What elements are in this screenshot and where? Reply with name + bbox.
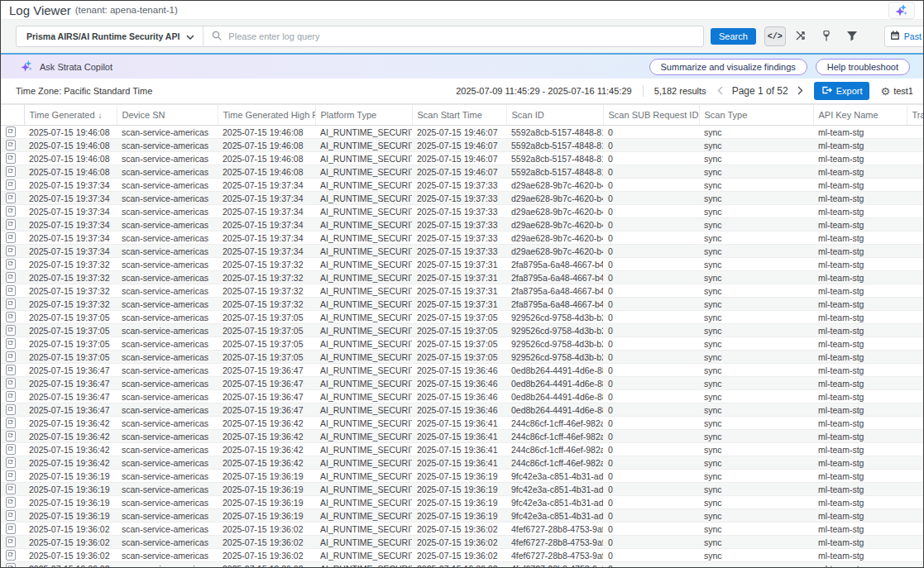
log-detail-icon[interactable]: [6, 206, 16, 217]
table-row[interactable]: 2025-07-15 19:37:05scan-service-americas…: [1, 311, 924, 324]
log-detail-icon[interactable]: [6, 457, 16, 468]
log-detail-icon[interactable]: [6, 246, 16, 256]
log-detail-icon[interactable]: [6, 219, 16, 230]
column-header-time-generated[interactable]: Time Generated↓: [24, 105, 117, 126]
table-row[interactable]: 2025-07-15 19:37:34scan-service-americas…: [1, 218, 924, 231]
column-header-transaction[interactable]: Transaction: [907, 105, 924, 126]
column-header-api-key-name[interactable]: API Key Name: [813, 105, 907, 126]
table-row[interactable]: 2025-07-15 19:37:34scan-service-americas…: [1, 231, 924, 245]
view-settings-button[interactable]: ⚙ test1: [880, 86, 913, 97]
column-header-platform-type[interactable]: Platform Type: [315, 105, 412, 126]
copilot-toggle-button[interactable]: [888, 2, 915, 19]
column-header-scan-sub-request-id[interactable]: Scan SUB Request ID: [603, 105, 699, 126]
log-detail-icon[interactable]: [6, 470, 16, 481]
table-row[interactable]: 2025-07-15 19:37:32scan-service-americas…: [1, 298, 924, 311]
log-detail-icon[interactable]: [6, 391, 16, 402]
column-header-device-sn[interactable]: Device SN: [117, 105, 218, 126]
table-row[interactable]: 2025-07-15 19:36:19scan-service-americas…: [1, 496, 924, 509]
log-detail-icon[interactable]: [6, 179, 16, 190]
next-page-button[interactable]: [797, 85, 803, 98]
table-row[interactable]: 2025-07-15 19:36:42scan-service-americas…: [1, 417, 924, 430]
log-detail-icon[interactable]: [6, 523, 16, 534]
log-detail-icon[interactable]: [6, 497, 16, 508]
log-detail-icon[interactable]: [6, 140, 16, 150]
log-detail-icon[interactable]: [6, 126, 16, 137]
log-query-input[interactable]: [228, 31, 695, 41]
table-row[interactable]: 2025-07-15 19:37:32scan-service-americas…: [1, 271, 924, 284]
table-row[interactable]: 2025-07-15 19:46:08scan-service-americas…: [1, 152, 924, 165]
log-detail-icon[interactable]: [6, 418, 16, 428]
table-cell: [907, 218, 924, 231]
table-row[interactable]: 2025-07-15 19:36:19scan-service-americas…: [1, 509, 924, 523]
search-button[interactable]: Search: [711, 28, 756, 45]
ask-copilot-button[interactable]: Ask Strata Copilot: [21, 60, 113, 74]
table-row[interactable]: 2025-07-15 19:36:02scan-service-americas…: [1, 562, 924, 568]
filter-button[interactable]: [841, 26, 863, 46]
table-row[interactable]: 2025-07-15 19:37:34scan-service-americas…: [1, 245, 924, 258]
export-button[interactable]: Export: [814, 82, 870, 100]
table-row[interactable]: 2025-07-15 19:37:32scan-service-americas…: [1, 258, 924, 271]
table-row[interactable]: 2025-07-15 19:36:47scan-service-americas…: [1, 364, 924, 377]
table-row[interactable]: 2025-07-15 19:46:08scan-service-americas…: [1, 165, 924, 179]
table-row[interactable]: 2025-07-15 19:37:32scan-service-americas…: [1, 284, 924, 298]
table-row[interactable]: 2025-07-15 19:36:02scan-service-americas…: [1, 549, 924, 562]
table-row[interactable]: 2025-07-15 19:37:34scan-service-americas…: [1, 179, 924, 192]
log-detail-icon[interactable]: [6, 338, 16, 349]
log-detail-icon[interactable]: [6, 193, 16, 203]
log-detail-icon[interactable]: [6, 232, 16, 243]
table-row[interactable]: 2025-07-15 19:36:19scan-service-americas…: [1, 483, 924, 496]
column-header-scan-id[interactable]: Scan ID: [506, 105, 603, 126]
log-detail-icon[interactable]: [6, 272, 16, 283]
table-row[interactable]: 2025-07-15 19:36:42scan-service-americas…: [1, 430, 924, 443]
table-cell: 0: [603, 126, 699, 139]
summarize-findings-button[interactable]: Summarize and visualize findings: [649, 59, 807, 75]
table-row[interactable]: 2025-07-15 19:37:05scan-service-americas…: [1, 351, 924, 364]
log-detail-icon[interactable]: [6, 444, 16, 455]
table-row[interactable]: 2025-07-15 19:36:02scan-service-americas…: [1, 536, 924, 549]
column-header-time-generated-high-resol[interactable]: Time Generated High Resol...: [218, 105, 315, 126]
table-row[interactable]: 2025-07-15 19:36:47scan-service-americas…: [1, 403, 924, 417]
column-header-scan-start-time[interactable]: Scan Start Time: [412, 105, 506, 126]
log-detail-icon[interactable]: [6, 351, 16, 362]
prev-page-button[interactable]: [717, 85, 723, 98]
log-detail-icon[interactable]: [6, 153, 16, 164]
table-row[interactable]: 2025-07-15 19:36:47scan-service-americas…: [1, 390, 924, 403]
table-row[interactable]: 2025-07-15 19:37:34scan-service-americas…: [1, 205, 924, 218]
table-row[interactable]: 2025-07-15 19:36:42scan-service-americas…: [1, 456, 924, 470]
log-detail-icon[interactable]: [6, 285, 16, 296]
table-row[interactable]: 2025-07-15 19:37:05scan-service-americas…: [1, 324, 924, 337]
log-detail-icon[interactable]: [6, 166, 16, 177]
log-detail-icon[interactable]: [6, 312, 16, 322]
log-detail-icon[interactable]: [6, 484, 16, 494]
row-detail-cell: [1, 258, 24, 271]
table-row[interactable]: 2025-07-15 19:46:08scan-service-americas…: [1, 139, 924, 152]
log-detail-icon[interactable]: [6, 365, 16, 375]
log-detail-icon[interactable]: [6, 298, 16, 309]
column-header-scan-type[interactable]: Scan Type: [699, 105, 813, 126]
table-row[interactable]: 2025-07-15 19:36:02scan-service-americas…: [1, 523, 924, 536]
crossed-arrows-button[interactable]: [790, 26, 811, 46]
log-detail-icon[interactable]: [6, 537, 16, 547]
log-detail-icon[interactable]: [6, 404, 16, 415]
table-row[interactable]: 2025-07-15 19:36:47scan-service-americas…: [1, 377, 924, 390]
log-source-selector[interactable]: Prisma AIRS/AI Runtime Security API: [17, 26, 203, 46]
log-detail-icon[interactable]: [6, 510, 16, 521]
table-row[interactable]: 2025-07-15 19:46:08scan-service-americas…: [1, 126, 924, 139]
log-detail-icon[interactable]: [6, 431, 16, 442]
time-range-picker[interactable]: Past 7 days: [884, 26, 924, 47]
log-detail-icon[interactable]: [6, 550, 16, 561]
log-detail-icon[interactable]: [6, 325, 16, 336]
table-row[interactable]: 2025-07-15 19:36:19scan-service-americas…: [1, 470, 924, 483]
table-cell: 2025-07-15 19:36:19: [218, 470, 315, 483]
log-detail-icon[interactable]: [6, 259, 16, 270]
code-view-button[interactable]: </>: [764, 26, 786, 46]
table-row[interactable]: 2025-07-15 19:37:05scan-service-americas…: [1, 337, 924, 351]
log-detail-icon[interactable]: [6, 378, 16, 389]
table-cell: 0ed8b264-4491-4d6e-8890-e...: [506, 364, 603, 377]
table-cell: AI_RUNTIME_SECURITY_API: [315, 351, 412, 364]
log-detail-icon[interactable]: [6, 563, 16, 568]
table-row[interactable]: 2025-07-15 19:37:34scan-service-americas…: [1, 192, 924, 205]
help-troubleshoot-button[interactable]: Help troubleshoot: [816, 59, 910, 75]
pin-button[interactable]: [816, 26, 837, 46]
table-row[interactable]: 2025-07-15 19:36:42scan-service-americas…: [1, 443, 924, 456]
